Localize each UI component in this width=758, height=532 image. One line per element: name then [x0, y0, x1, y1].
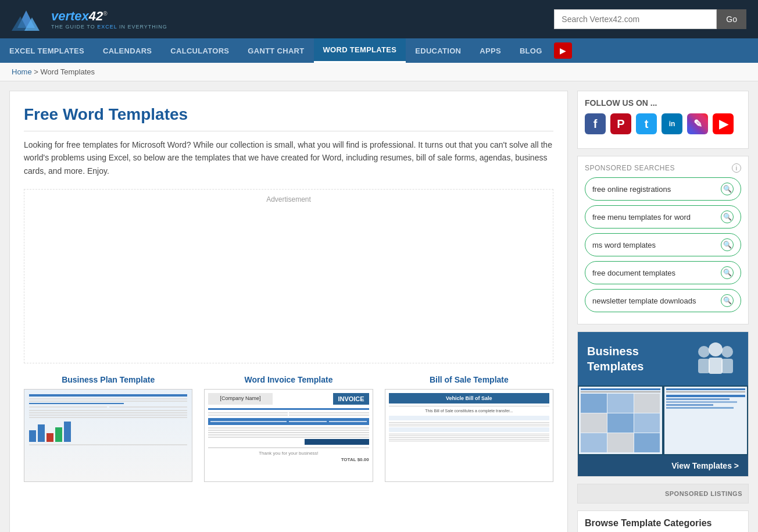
nav-gantt-chart[interactable]: GANTT CHART [238, 40, 313, 62]
search-pill-4[interactable]: newsletter template downloads 🔍 [585, 289, 741, 312]
instagram-icon[interactable]: ✎ [687, 113, 708, 134]
nav-youtube[interactable]: ▶ [554, 42, 572, 59]
nav-word-templates[interactable]: WORD TEMPLATES [314, 38, 406, 63]
biz-people-icon [692, 341, 739, 376]
sponsored-title: SPONSORED SEARCHES i [585, 163, 741, 173]
template-title-business-plan[interactable]: Business Plan Template [24, 375, 192, 384]
svg-point-5 [709, 342, 723, 356]
svg-rect-8 [721, 359, 733, 373]
breadcrumb: Home > Word Templates [0, 63, 758, 81]
svg-rect-4 [698, 359, 710, 373]
follow-box: FOLLOW US ON ... f P t in ✎ ▶ [577, 91, 749, 149]
search-circle-icon-2: 🔍 [721, 238, 734, 251]
info-icon[interactable]: i [732, 163, 741, 173]
search-pill-3[interactable]: free document templates 🔍 [585, 261, 741, 284]
search-pill-0[interactable]: free online registrations 🔍 [585, 177, 741, 201]
facebook-icon[interactable]: f [585, 113, 606, 134]
main-nav: EXCEL TEMPLATES CALENDARS CALCULATORS GA… [0, 38, 758, 63]
search-pill-label-0: free online registrations [592, 185, 671, 194]
template-thumbnail-business-plan[interactable] [24, 389, 192, 482]
biz-banner-top: BusinessTemplates [578, 332, 748, 385]
template-card-bill-of-sale: Bill of Sale Template Vehicle Bill of Sa… [385, 375, 553, 482]
svg-rect-6 [709, 358, 723, 374]
biz-screenshots [578, 385, 748, 455]
sponsored-listings-box: SPONSORED LISTINGS [577, 484, 749, 504]
search-circle-icon-1: 🔍 [721, 210, 734, 223]
browse-categories-box: Browse Template Categories 👤 ATTENDANCE [577, 510, 749, 532]
social-icons: f P t in ✎ ▶ [585, 113, 741, 134]
svg-point-7 [721, 346, 733, 358]
template-title-bill-of-sale[interactable]: Bill of Sale Template [385, 375, 553, 384]
biz-screenshot-1 [579, 387, 662, 454]
template-title-invoice[interactable]: Word Invoice Template [204, 375, 373, 384]
search-input[interactable] [554, 9, 717, 29]
template-card-business-plan: Business Plan Template [24, 375, 192, 482]
template-card-invoice: Word Invoice Template [Company Name] INV… [204, 375, 373, 482]
logo[interactable]: vertex42® THE GUIDE TO EXCEL IN EVERYTHI… [12, 5, 167, 34]
pinterest-icon[interactable]: P [610, 113, 631, 134]
search-circle-icon-0: 🔍 [721, 183, 734, 195]
search-pill-label-4: newsletter template downloads [592, 297, 696, 305]
breadcrumb-home[interactable]: Home [12, 67, 32, 76]
nav-education[interactable]: EDUCATION [406, 40, 470, 62]
search-circle-icon-4: 🔍 [721, 294, 734, 307]
ad-area: Advertisement [24, 189, 553, 363]
search-pill-label-2: ms word templates [592, 241, 656, 249]
biz-banner-title: BusinessTemplates [587, 344, 643, 374]
template-grid: Business Plan Template [24, 375, 553, 482]
search-pill-label-3: free document templates [592, 269, 675, 277]
nav-blog[interactable]: BLOG [510, 40, 552, 62]
biz-screenshot-2 [664, 387, 748, 454]
sidebar: FOLLOW US ON ... f P t in ✎ ▶ SPONSORED … [577, 91, 749, 532]
nav-apps[interactable]: APPS [470, 40, 510, 62]
content-area: Free Word Templates Looking for free tem… [9, 91, 568, 532]
browse-title: Browse Template Categories [585, 518, 741, 529]
ad-label: Advertisement [266, 195, 311, 203]
linkedin-icon[interactable]: in [662, 113, 682, 134]
logo-text: vertex42® THE GUIDE TO EXCEL IN EVERYTHI… [51, 9, 167, 30]
search-pill-label-1: free menu templates for word [592, 213, 691, 222]
search-circle-icon-3: 🔍 [721, 266, 734, 279]
page-title: Free Word Templates [24, 105, 553, 131]
breadcrumb-separator: > [34, 67, 40, 76]
intro-text: Looking for free templates for Microsoft… [24, 138, 553, 177]
sponsored-searches-box: SPONSORED SEARCHES i free online registr… [577, 156, 749, 324]
svg-point-3 [698, 346, 710, 358]
biz-view-templates-button[interactable]: View Templates > [578, 455, 748, 476]
nav-excel-templates[interactable]: EXCEL TEMPLATES [0, 40, 94, 62]
site-header: vertex42® THE GUIDE TO EXCEL IN EVERYTHI… [0, 0, 758, 38]
sponsored-label: SPONSORED SEARCHES [585, 164, 675, 172]
search-pill-2[interactable]: ms word templates 🔍 [585, 233, 741, 256]
youtube-icon[interactable]: ▶ [713, 113, 734, 134]
follow-title: FOLLOW US ON ... [585, 98, 741, 108]
main-layout: Free Word Templates Looking for free tem… [0, 81, 758, 532]
template-thumbnail-bill-of-sale[interactable]: Vehicle Bill of Sale This Bill of Sale c… [385, 389, 553, 482]
twitter-icon[interactable]: t [636, 113, 657, 134]
nav-calendars[interactable]: CALENDARS [94, 40, 161, 62]
business-templates-banner[interactable]: BusinessTemplates [577, 331, 749, 477]
search-area: Go [554, 9, 746, 29]
search-pill-1[interactable]: free menu templates for word 🔍 [585, 205, 741, 228]
search-button[interactable]: Go [717, 9, 746, 29]
template-thumbnail-invoice[interactable]: [Company Name] INVOICE [204, 389, 373, 482]
nav-calculators[interactable]: CALCULATORS [161, 40, 238, 62]
breadcrumb-current: Word Templates [41, 67, 95, 76]
